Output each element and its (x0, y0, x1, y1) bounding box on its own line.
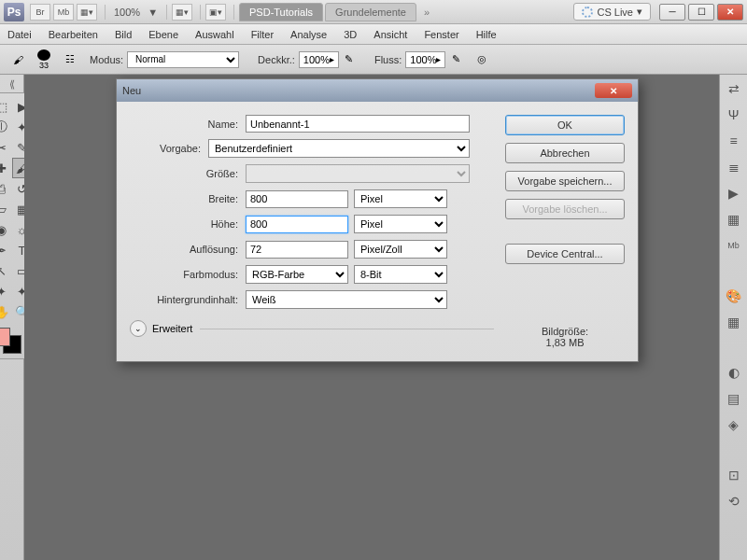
groesse-select (246, 164, 470, 183)
vorgabe-label: Vorgabe: (130, 143, 208, 154)
navigator-panel-icon[interactable]: ⊡ (725, 467, 743, 483)
bridge-button[interactable]: Br (30, 4, 50, 21)
brush-preview[interactable]: 33 (34, 49, 54, 70)
healing-tool[interactable]: ✚ (0, 158, 12, 178)
mini-bridge-button[interactable]: Mb (53, 4, 74, 21)
menu-hilfe[interactable]: Hilfe (476, 29, 497, 40)
ok-button[interactable]: OK (505, 115, 625, 135)
crop-tool[interactable]: ✂ (0, 137, 12, 158)
fluss-label: Fluss: (374, 54, 402, 65)
farbmodus-label: Farbmodus: (130, 269, 246, 280)
collapse-dock-icon[interactable]: ⟪ (9, 78, 15, 91)
modus-label: Modus: (90, 54, 123, 65)
menu-filter[interactable]: Filter (251, 29, 274, 40)
dialog-close-button[interactable]: ✕ (595, 83, 632, 98)
menu-ansicht[interactable]: Ansicht (374, 29, 407, 40)
menu-bild[interactable]: Bild (115, 29, 132, 40)
brush-presets-panel-icon[interactable]: ≣ (725, 159, 743, 175)
hintergrund-label: Hintergrundinhalt: (130, 294, 246, 305)
vorgabe-speichern-button[interactable]: Vorgabe speichern... (505, 171, 625, 191)
hintergrund-select[interactable]: Weiß (246, 290, 447, 309)
swatches-panel-icon[interactable]: ▦ (725, 314, 743, 330)
zoom-dropdown-icon[interactable]: ▼ (148, 7, 158, 18)
erweitert-toggle[interactable]: ⌄ (130, 320, 147, 337)
tablet-opacity-icon[interactable]: ✎ (339, 49, 359, 70)
deckkr-value[interactable]: 100% ▸ (299, 51, 339, 68)
new-document-dialog: Neu ✕ Name: Vorgabe: Benutzerdefiniert G… (116, 78, 639, 362)
character-panel-icon[interactable]: Ψ (725, 106, 743, 123)
tablet-size-icon[interactable]: ◎ (472, 49, 492, 70)
hoehe-input[interactable] (246, 216, 348, 233)
channels-panel-icon[interactable]: ▤ (725, 390, 743, 407)
menu-bearbeiten[interactable]: Bearbeiten (49, 29, 98, 40)
farbtiefe-select[interactable]: 8-Bit (354, 265, 447, 284)
path-select-tool[interactable]: ↖ (0, 260, 12, 281)
arrangement-button[interactable]: ▦▾ (172, 4, 192, 21)
breite-label: Breite: (130, 193, 246, 204)
menu-analyse[interactable]: Analyse (290, 29, 327, 40)
screen-mode-button[interactable]: ▣▾ (205, 4, 226, 21)
vorgabe-select[interactable]: Benutzerdefiniert (208, 139, 470, 158)
airbrush-icon[interactable]: ✎ (445, 49, 466, 70)
hand-tool[interactable]: ✋ (0, 301, 12, 322)
lasso-tool[interactable]: ⓛ (0, 117, 12, 137)
brushes-panel-icon[interactable]: ≡ (725, 133, 743, 149)
ps-logo-icon: Ps (4, 3, 24, 21)
brush-tool-icon: 🖌 (7, 49, 28, 70)
fg-color-swatch[interactable] (0, 328, 10, 346)
stamp-tool[interactable]: ⎙ (0, 178, 12, 199)
zoom-level[interactable]: 100% (114, 7, 140, 18)
info-panel-icon[interactable]: ▦ (725, 211, 743, 228)
options-bar: 🖌 33 ☷ Modus: Normal Deckkr.: 100% ▸ ✎ F… (0, 45, 747, 75)
workspace-tab-psdtutorials[interactable]: PSD-Tutorials (239, 3, 323, 21)
menu-auswahl[interactable]: Auswahl (195, 29, 234, 40)
fluss-value[interactable]: 100% ▸ (405, 51, 445, 68)
canvas-area: Neu ✕ Name: Vorgabe: Benutzerdefiniert G… (24, 75, 719, 560)
eraser-tool[interactable]: ▱ (0, 199, 12, 219)
blur-tool[interactable]: ◉ (0, 219, 12, 240)
more-workspaces-icon[interactable]: » (424, 7, 430, 18)
hoehe-label: Höhe: (130, 218, 246, 230)
dialog-title: Neu (122, 85, 141, 96)
minimize-button[interactable]: ─ (659, 4, 685, 21)
view-extras-button[interactable]: ▦▾ (77, 4, 97, 21)
cs-live-icon (582, 7, 593, 18)
maximize-button[interactable]: ☐ (688, 4, 714, 21)
abbrechen-button[interactable]: Abbrechen (505, 143, 625, 163)
move-tool[interactable]: ⬚ (0, 96, 12, 117)
cs-live-button[interactable]: CS Live ▾ (573, 3, 651, 21)
aufloesung-unit-select[interactable]: Pixel/Zoll (354, 240, 447, 259)
breite-input[interactable] (246, 190, 348, 208)
name-label: Name: (130, 119, 246, 130)
close-button[interactable]: ✕ (717, 4, 743, 21)
farbmodus-select[interactable]: RGB-Farbe (246, 265, 348, 284)
layers-panel-icon[interactable]: ◐ (725, 364, 743, 381)
history-panel-icon[interactable]: ▶ (725, 185, 743, 202)
vorgabe-loeschen-button: Vorgabe löschen... (505, 199, 625, 219)
3d-tool[interactable]: ✦ (0, 281, 12, 301)
menu-3d[interactable]: 3D (344, 29, 357, 40)
modus-select[interactable]: Normal (127, 51, 239, 68)
breite-unit-select[interactable]: Pixel (354, 189, 447, 208)
color-panel-icon[interactable]: 🎨 (725, 287, 743, 304)
name-input[interactable] (246, 115, 470, 133)
workspace-tab-grundelemente[interactable]: Grundelemente (325, 3, 416, 21)
device-central-button[interactable]: Device Central... (505, 244, 625, 264)
actions-panel-icon[interactable]: ⟲ (725, 493, 743, 510)
brush-panel-toggle-icon[interactable]: ☷ (60, 49, 80, 70)
menu-fenster[interactable]: Fenster (424, 29, 458, 40)
adjustments-panel-icon[interactable]: ⇄ (725, 80, 743, 97)
paths-panel-icon[interactable]: ◈ (725, 416, 743, 433)
dialog-titlebar[interactable]: Neu ✕ (117, 79, 638, 102)
menu-datei[interactable]: Datei (7, 29, 32, 40)
pen-tool[interactable]: ✒ (0, 240, 12, 260)
mb-panel-icon[interactable]: Mb (725, 237, 743, 254)
aufloesung-input[interactable] (246, 241, 348, 259)
hoehe-unit-select[interactable]: Pixel (354, 215, 447, 233)
right-dock: ⇄ Ψ ≡ ≣ ▶ ▦ Mb 🎨 ▦ ◐ ▤ ◈ ⊡ ⟲ (719, 75, 747, 560)
erweitert-label: Erweitert (152, 323, 192, 334)
deckkr-label: Deckkr.: (258, 54, 295, 65)
bildgroesse-value: 1,83 MB (505, 337, 625, 348)
menu-ebene[interactable]: Ebene (148, 29, 178, 40)
menu-bar: Datei Bearbeiten Bild Ebene Auswahl Filt… (0, 24, 747, 45)
